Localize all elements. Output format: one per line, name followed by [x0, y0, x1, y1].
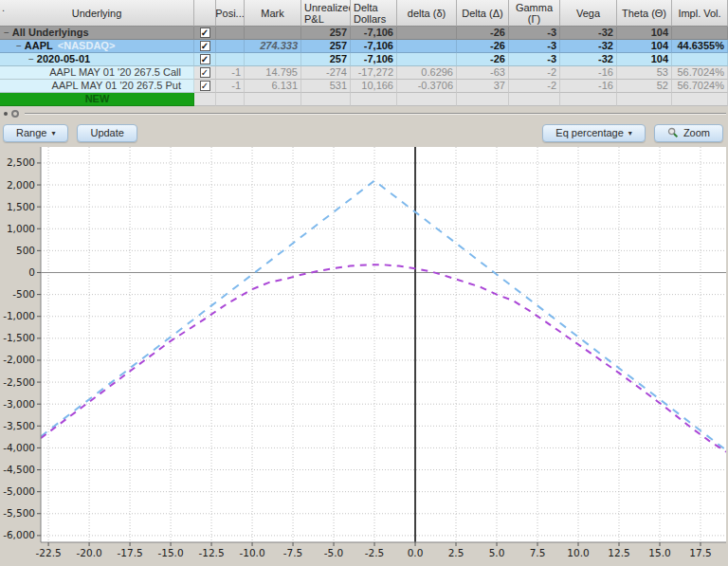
- table-row-2020-05-01[interactable]: −2020-05-01✓257-7,106-26-3-32104: [0, 53, 728, 66]
- value-cell-theta: 52: [617, 80, 672, 93]
- table-row-aapl-may-01-20-267-5-call[interactable]: AAPL MAY 01 '20 267.5 Call✓-114.795-274-…: [0, 66, 728, 80]
- checkbox-cell: ✓: [194, 40, 216, 53]
- column-header-underlying[interactable]: Underlying: [0, 0, 194, 27]
- column-header-checkbox[interactable]: [194, 0, 216, 27]
- checkbox-cell: ✓: [194, 27, 216, 40]
- value-cell-posi: [216, 40, 245, 53]
- value-cell-delta: [397, 27, 457, 40]
- collapse-icon[interactable]: −: [28, 53, 34, 65]
- zoom-button[interactable]: Zoom: [654, 124, 723, 142]
- value-cell-posi: [216, 27, 245, 40]
- underlying-label: AAPL MAY 01 '20 267.5 Call: [49, 66, 181, 79]
- value-cell-impl-vol: 56.7024%: [672, 66, 728, 80]
- value-cell-mark: 274.333: [245, 40, 301, 53]
- column-header-mark[interactable]: Mark: [245, 0, 301, 27]
- table-row-aapl-may-01-20-267-5-put[interactable]: AAPL MAY 01 '20 267.5 Put✓-16.13153110,1…: [0, 80, 728, 93]
- chevron-down-icon: ▾: [628, 129, 632, 137]
- row-checkbox[interactable]: ✓: [200, 41, 210, 51]
- value-cell-unrealized-p-l: 257: [301, 40, 351, 53]
- chevron-down-icon: ▾: [51, 129, 55, 137]
- value-cell-unrealized-p-l: 257: [301, 27, 351, 40]
- value-cell-theta: 104: [617, 53, 672, 66]
- row-checkbox[interactable]: ✓: [200, 54, 210, 64]
- column-header-gamma[interactable]: Gamma (Γ): [509, 0, 560, 27]
- value-cell-delta: -26: [457, 40, 509, 53]
- x-tick-label: -15.0: [157, 547, 183, 558]
- value-cell-delta-dollars: -7,106: [351, 27, 397, 40]
- value-cell-delta: -0.3706: [397, 80, 457, 93]
- underlying-label: AAPL MAY 01 '20 267.5 Put: [52, 80, 181, 92]
- splitter-dot-icon: [4, 112, 8, 116]
- row-checkbox[interactable]: ✓: [200, 67, 210, 78]
- checkbox-cell: ✓: [194, 80, 216, 93]
- splitter-rule: [25, 113, 726, 115]
- value-cell-impl-vol: [672, 53, 728, 66]
- column-header-delta[interactable]: delta (δ): [397, 0, 457, 27]
- row-checkbox[interactable]: ✓: [200, 81, 210, 91]
- y-tick-label: 2,500: [7, 156, 35, 168]
- x-tick-label: -5.0: [324, 547, 344, 558]
- positions-table: . UnderlyingPosi...MarkUnrealized P&LDel…: [0, 0, 728, 106]
- value-cell-delta-dollars: 10,166: [351, 80, 397, 93]
- value-cell-vega: -32: [560, 40, 617, 53]
- pnl-chart[interactable]: 2,5002,0001,5001,0005000-500-1,000-1,500…: [0, 144, 728, 566]
- chart-toolbar: Range ▾ Update Eq percentage ▾ Zoom: [0, 121, 728, 144]
- value-cell-posi: [216, 93, 245, 106]
- row-checkbox[interactable]: ✓: [200, 27, 210, 38]
- table-row-all-underlyings[interactable]: −All Underlyings✓257-7,106-26-3-32104: [0, 27, 728, 40]
- table-header-row: . UnderlyingPosi...MarkUnrealized P&LDel…: [0, 0, 728, 27]
- range-button[interactable]: Range ▾: [3, 124, 68, 142]
- panel-splitter[interactable]: [0, 106, 728, 121]
- column-header-posi[interactable]: Posi...: [216, 0, 245, 27]
- column-header-theta[interactable]: Theta (Θ): [617, 0, 672, 27]
- underlying-cell: NEW: [0, 93, 194, 106]
- x-tick-label: -17.5: [117, 547, 142, 558]
- y-tick-label: -4,000: [3, 442, 35, 453]
- update-button[interactable]: Update: [77, 124, 136, 142]
- value-cell-mark: [245, 53, 301, 66]
- table-row-aapl[interactable]: −AAPL<NASDAQ>✓274.333257-7,106-26-3-3210…: [0, 40, 728, 53]
- value-cell-unrealized-p-l: 257: [301, 53, 351, 66]
- column-header-vega[interactable]: Vega: [560, 0, 617, 27]
- collapse-icon[interactable]: −: [4, 27, 9, 39]
- value-cell-gamma: -2: [509, 66, 560, 80]
- y-tick-label: 2,000: [7, 179, 35, 191]
- y-tick-label: -6,000: [3, 529, 35, 540]
- x-tick-label: 12.5: [608, 547, 629, 558]
- y-tick-label: 500: [16, 245, 35, 256]
- value-cell-vega: -16: [560, 66, 617, 80]
- underlying-cell: AAPL MAY 01 '20 267.5 Call: [0, 66, 194, 80]
- y-tick-label: -1,500: [3, 332, 35, 343]
- x-tick-label: -10.0: [239, 547, 264, 558]
- value-cell-delta: -63: [457, 66, 509, 80]
- x-tick-label: -22.5: [35, 547, 61, 558]
- value-cell-delta: [397, 53, 457, 66]
- x-tick-label: 2.5: [448, 547, 464, 558]
- value-cell-mark: 6.131: [245, 80, 301, 93]
- column-header-impl-vol[interactable]: Impl. Vol.: [672, 0, 728, 27]
- column-header-delta-dollars[interactable]: Delta Dollars: [351, 0, 397, 27]
- splitter-circle-icon[interactable]: [11, 110, 19, 118]
- column-header-unrealized-p-l[interactable]: Unrealized P&L: [301, 0, 351, 27]
- value-cell-gamma: [509, 93, 560, 106]
- value-cell-gamma: -3: [509, 40, 560, 53]
- table-row-new[interactable]: NEW: [0, 93, 728, 106]
- plot-area[interactable]: [41, 147, 726, 542]
- y-tick-label: -3,500: [3, 420, 35, 431]
- column-header-delta[interactable]: Delta (Δ): [457, 0, 509, 27]
- eq-percentage-dropdown[interactable]: Eq percentage ▾: [542, 124, 646, 142]
- checkbox-cell: [194, 93, 216, 106]
- y-tick-label: -3,000: [3, 398, 35, 410]
- underlying-label: NEW: [85, 93, 110, 105]
- value-cell-delta: 37: [457, 80, 509, 93]
- y-tick-label: -4,500: [3, 464, 35, 475]
- value-cell-delta: [457, 93, 509, 106]
- collapse-icon[interactable]: −: [16, 40, 22, 52]
- value-cell-delta: -26: [457, 53, 509, 66]
- underlying-cell: −AAPL<NASDAQ>: [0, 40, 194, 53]
- x-tick-label: -12.5: [198, 547, 224, 558]
- y-tick-label: 1,500: [7, 201, 35, 212]
- value-cell-posi: [216, 53, 245, 66]
- underlying-label: AAPL: [25, 40, 53, 52]
- value-cell-gamma: -3: [509, 27, 560, 40]
